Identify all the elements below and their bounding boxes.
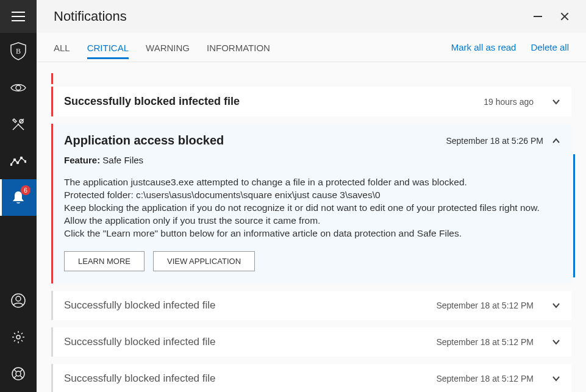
page-title: Notifications [54, 9, 127, 24]
notifications-list: Successfully blocked infected file 19 ho… [37, 62, 586, 392]
notification-item[interactable]: Successfully blocked infected file Septe… [51, 327, 571, 357]
svg-point-1 [16, 85, 21, 90]
notification-title: Successfully blocked infected file [64, 299, 216, 312]
chevron-down-icon[interactable] [552, 99, 560, 105]
sidebar: B 6 [0, 0, 37, 392]
severity-marker [51, 73, 53, 84]
notification-time: September 18 at 5:12 PM [436, 337, 534, 347]
gear-icon [11, 330, 26, 344]
svg-point-10 [16, 335, 20, 339]
lifering-icon [11, 366, 26, 381]
sidebar-item-privacy[interactable] [0, 69, 37, 106]
notification-item[interactable]: Successfully blocked infected file 19 ho… [51, 87, 571, 116]
tab-all[interactable]: ALL [54, 35, 70, 59]
notification-feature: Feature: Safe Files [64, 155, 560, 165]
tab-information[interactable]: INFORMATION [207, 35, 270, 59]
chevron-up-icon[interactable] [552, 138, 560, 144]
chevron-down-icon[interactable] [552, 302, 560, 308]
notification-time: September 18 at 5:12 PM [436, 301, 534, 310]
svg-text:B: B [16, 47, 21, 55]
notifications-badge: 6 [21, 185, 30, 195]
tab-warning[interactable]: WARNING [146, 35, 190, 59]
svg-point-4 [14, 159, 16, 161]
close-button[interactable] [560, 12, 569, 21]
svg-point-9 [16, 296, 21, 301]
main-panel: Notifications ALL CRITICAL WARNING INFOR… [37, 0, 586, 392]
sidebar-item-tools[interactable] [0, 106, 37, 143]
minimize-button[interactable] [534, 16, 542, 17]
notification-time: September 18 at 5:12 PM [436, 374, 534, 383]
sidebar-item-support[interactable] [0, 355, 37, 392]
notification-item[interactable]: Successfully blocked infected file Septe… [51, 291, 571, 320]
svg-point-3 [10, 164, 12, 166]
chevron-down-icon[interactable] [552, 376, 560, 382]
notification-title: Successfully blocked infected file [64, 336, 216, 348]
svg-point-7 [25, 161, 27, 163]
menu-button[interactable] [0, 0, 37, 33]
learn-more-button[interactable]: LEARN MORE [64, 251, 145, 271]
sidebar-item-settings[interactable] [0, 319, 37, 355]
notification-time: 19 hours ago [484, 97, 534, 107]
notification-item[interactable]: Successfully blocked infected file Septe… [51, 364, 571, 392]
svg-point-5 [17, 162, 19, 164]
eye-icon [10, 82, 26, 93]
titlebar: Notifications [37, 0, 586, 33]
view-application-button[interactable]: VIEW APPLICATION [153, 251, 255, 271]
shield-icon: B [10, 42, 26, 60]
hamburger-icon [12, 12, 25, 21]
notification-item-expanded: Application access blocked September 18 … [51, 124, 571, 283]
user-icon [11, 293, 26, 308]
notification-title: Application access blocked [64, 134, 224, 148]
notification-title: Successfully blocked infected file [64, 95, 240, 108]
svg-point-12 [16, 371, 21, 376]
tab-critical[interactable]: CRITICAL [87, 35, 129, 59]
notification-time: September 18 at 5:26 PM [446, 136, 543, 146]
sidebar-item-notifications[interactable]: 6 [0, 179, 37, 216]
tabbar: ALL CRITICAL WARNING INFORMATION Mark al… [37, 33, 586, 62]
sidebar-item-account[interactable] [0, 282, 37, 319]
chevron-down-icon[interactable] [552, 339, 560, 345]
activity-icon [10, 156, 26, 166]
delete-all-link[interactable]: Delete all [531, 42, 569, 52]
notification-title: Successfully blocked infected file [64, 372, 216, 385]
tools-icon [10, 116, 26, 132]
sidebar-item-protection[interactable]: B [0, 33, 37, 69]
sidebar-item-activity[interactable] [0, 143, 37, 179]
mark-all-read-link[interactable]: Mark all as read [451, 42, 516, 52]
notification-body: The application justcause3.exe attempted… [64, 176, 560, 240]
svg-point-6 [21, 157, 23, 159]
